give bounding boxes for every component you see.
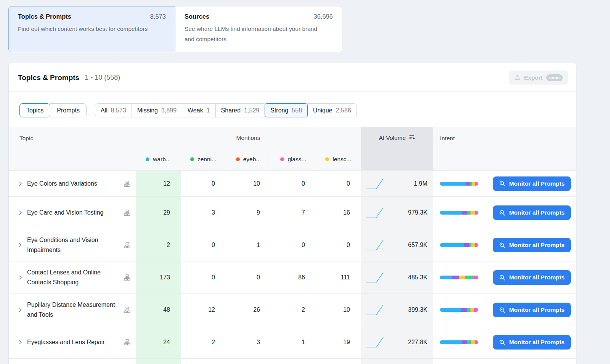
- topic-name[interactable]: Eye Care and Vision Testing: [27, 208, 103, 218]
- intent-cell: Monitor all Prompts: [433, 261, 576, 293]
- mention-value-eyeb: 10: [226, 171, 271, 196]
- intent-cell: Monitor all Prompts: [433, 326, 576, 358]
- topic-hierarchy-icon[interactable]: [124, 307, 130, 313]
- magnifier-icon: [499, 274, 506, 281]
- monitor-all-prompts-button[interactable]: Monitor all Prompts: [493, 238, 571, 252]
- mention-value-warby: 24: [136, 326, 181, 358]
- topic-hierarchy-icon[interactable]: [124, 180, 130, 187]
- competitor-label: lensc...: [332, 156, 351, 163]
- tab-sources-description: See where LLMs find information about yo…: [185, 24, 326, 44]
- intent-segment: [461, 308, 467, 312]
- intent-segment: [440, 182, 466, 186]
- monitor-all-prompts-button[interactable]: Monitor all Prompts: [493, 176, 571, 191]
- magnifier-icon: [499, 339, 506, 346]
- filter-shared[interactable]: Shared 1,529: [215, 103, 265, 117]
- export-soon-badge: soon: [546, 74, 563, 81]
- tab-sources-title: Sources: [185, 13, 209, 20]
- ai-volume-value: 485.3K: [408, 274, 427, 281]
- intent-segment: [466, 182, 470, 186]
- monitor-all-prompts-button[interactable]: Monitor all Prompts: [493, 205, 571, 220]
- topic-cell: Eye Conditions and Vision Impairments: [9, 229, 136, 261]
- ai-volume-value: 979.3K: [408, 209, 427, 216]
- mention-value-warby: 48: [136, 294, 181, 326]
- monitor-button-label: Monitor all Prompts: [509, 209, 565, 216]
- intent-segment: [474, 276, 478, 279]
- intent-segment: [471, 243, 475, 247]
- tab-sources[interactable]: Sources 36,696 See where LLMs find infor…: [175, 6, 342, 52]
- tab-topics-description: Find out which content works best for co…: [18, 24, 160, 34]
- expand-chevron-icon[interactable]: [17, 181, 23, 187]
- tab-topics-count: 8,573: [150, 13, 166, 20]
- filter-all[interactable]: All 8,573: [95, 103, 132, 117]
- filter-weak[interactable]: Weak 1: [182, 103, 216, 117]
- filter-weak-label: Weak: [188, 107, 203, 114]
- table-row-partial: [9, 358, 576, 364]
- mention-value-lensc: 0: [316, 229, 361, 261]
- mention-value-eyeb: 0: [226, 261, 271, 293]
- mention-value-eyeb: 3: [226, 326, 271, 358]
- filter-shared-count: 1,529: [244, 107, 259, 114]
- mention-value-lensc: 10: [316, 294, 361, 326]
- magnifier-icon: [499, 242, 506, 249]
- mention-value-warby: 2: [136, 229, 181, 261]
- toggle-topics[interactable]: Topics: [19, 103, 50, 117]
- competitor-header-warby: warb...: [136, 148, 181, 170]
- table-row: Eye Care and Vision Testing 29 3 9 7 16 …: [9, 196, 576, 229]
- filter-strong[interactable]: Strong 558: [265, 103, 308, 117]
- topic-name[interactable]: Pupillary Distance Measurement and Tools: [27, 300, 117, 320]
- monitor-button-label: Monitor all Prompts: [509, 242, 565, 249]
- sort-descending-icon: [409, 135, 415, 141]
- mention-value-zenni: 2: [181, 326, 226, 358]
- mention-value-glass: 7: [271, 197, 316, 229]
- topic-hierarchy-icon[interactable]: [124, 242, 130, 249]
- topic-name[interactable]: Eyeglasses and Lens Repair: [27, 337, 105, 347]
- intent-segment: [472, 182, 475, 186]
- intent-segment: [470, 211, 475, 215]
- expand-chevron-icon[interactable]: [17, 210, 23, 216]
- intent-segment: [475, 243, 478, 247]
- expand-chevron-icon[interactable]: [17, 274, 23, 281]
- filter-unique[interactable]: Unique 2,586: [307, 103, 357, 117]
- mention-value-warby: 12: [136, 171, 181, 196]
- expand-chevron-icon[interactable]: [17, 339, 23, 345]
- filter-missing[interactable]: Missing 3,899: [132, 103, 182, 117]
- tab-topics-prompts[interactable]: Topics & Prompts 8,573 Find out which co…: [8, 6, 175, 52]
- competitor-dot: [325, 157, 329, 161]
- topic-hierarchy-icon[interactable]: [124, 210, 130, 216]
- export-icon: [514, 74, 520, 81]
- expand-chevron-icon[interactable]: [17, 307, 23, 313]
- topics-prompts-toggle: Topics Prompts: [19, 103, 87, 117]
- topic-name[interactable]: Contact Lenses and Online Contacts Shopp…: [27, 268, 117, 287]
- topic-name[interactable]: Eye Conditions and Vision Impairments: [27, 235, 117, 255]
- monitor-all-prompts-button[interactable]: Monitor all Prompts: [493, 270, 571, 285]
- ai-volume-value: 399.3K: [408, 306, 427, 313]
- ai-volume-cell: 399.3K: [361, 294, 433, 326]
- competitor-dot: [190, 157, 194, 161]
- magnifier-icon: [499, 180, 506, 187]
- intent-segment: [440, 276, 452, 279]
- expand-chevron-icon[interactable]: [17, 242, 23, 248]
- intent-segment: [475, 182, 478, 186]
- intent-bar: [440, 182, 478, 186]
- mention-value-warby: 173: [136, 261, 181, 293]
- column-header-ai-volume[interactable]: AI Volume: [361, 127, 433, 170]
- export-button[interactable]: Export soon: [509, 71, 568, 85]
- monitor-all-prompts-button[interactable]: Monitor all Prompts: [493, 303, 571, 317]
- table-row: Pupillary Distance Measurement and Tools…: [9, 293, 576, 326]
- topic-name[interactable]: Eye Colors and Variations: [27, 179, 97, 189]
- export-label: Export: [524, 74, 543, 81]
- topic-cell: Pupillary Distance Measurement and Tools: [9, 294, 136, 326]
- mention-value-lensc: 19: [316, 326, 361, 358]
- trend-sparkline: [365, 270, 387, 285]
- topic-hierarchy-icon[interactable]: [124, 339, 130, 346]
- filter-strong-count: 558: [292, 107, 302, 114]
- monitor-all-prompts-button[interactable]: Monitor all Prompts: [493, 335, 571, 350]
- intent-segment: [475, 340, 478, 344]
- mention-filters: All 8,573 Missing 3,899 Weak 1 Shared 1,…: [95, 103, 357, 117]
- topic-cell: Eyeglasses and Lens Repair: [9, 326, 136, 358]
- topic-hierarchy-icon[interactable]: [124, 274, 130, 281]
- competitor-label: warb...: [153, 156, 171, 163]
- intent-segment: [459, 276, 465, 279]
- toggle-prompts[interactable]: Prompts: [50, 103, 87, 117]
- intent-cell: Monitor all Prompts: [433, 197, 576, 229]
